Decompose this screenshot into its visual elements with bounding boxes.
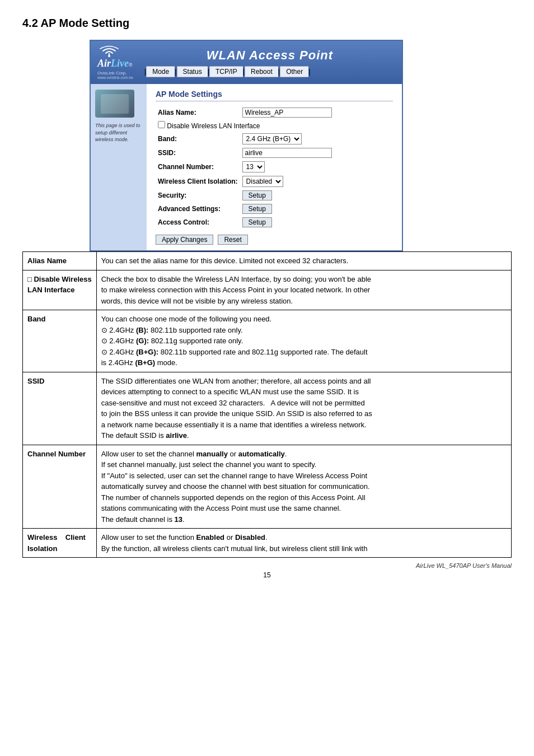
band-row: Band: 2.4 GHz (B+G) 2.4 GHz (B) 2.4 GHz … (156, 132, 393, 146)
table-row: □ Disable WirelessLAN Interface Check th… (23, 270, 512, 310)
table-row: Band You can choose one mode of the foll… (23, 310, 512, 372)
ssid-input[interactable] (242, 148, 332, 158)
term-disable-wireless: □ Disable WirelessLAN Interface (23, 270, 97, 310)
nav-tab-mode[interactable]: Mode (146, 66, 175, 77)
section-title: AP Mode Settings (156, 90, 393, 101)
router-body: This page is used to setup different wir… (91, 84, 402, 250)
nav-tab-tcpip[interactable]: TCP/IP (209, 66, 243, 77)
channel-label: Channel Number: (156, 160, 240, 174)
nav-tab-other[interactable]: Other (280, 66, 308, 77)
ssid-row: SSID: (156, 146, 393, 160)
channel-select[interactable]: 13 1234 5678 9101112 (242, 161, 265, 172)
table-row: SSID The SSID differentiates one WLAN fr… (23, 372, 512, 445)
logo-air: Air (97, 58, 111, 69)
security-row: Security: Setup (156, 189, 393, 202)
advanced-label: Advanced Settings: (156, 202, 240, 216)
table-row: Channel Number Allow user to set the cha… (23, 445, 512, 529)
band-label: Band: (156, 132, 240, 146)
sidebar-text: This page is used to setup different wir… (95, 122, 142, 143)
bottom-buttons: Apply Changes Reset (156, 235, 393, 245)
term-wireless-isolation: Wireless ClientIsolation (23, 529, 97, 558)
router-sidebar: This page is used to setup different wir… (91, 84, 147, 250)
svg-point-0 (108, 55, 110, 57)
advanced-setup-button[interactable]: Setup (242, 204, 272, 214)
footer-text: AirLive WL_5470AP User's Manual (22, 562, 512, 569)
term-ssid: SSID (23, 372, 97, 445)
access-row: Access Control: Setup (156, 216, 393, 229)
alias-name-input[interactable] (242, 108, 332, 118)
logo-registered: ® (129, 62, 133, 68)
isolation-row: Wireless Client Isolation: Disabled Enab… (156, 174, 393, 189)
disable-wireless-checkbox[interactable] (158, 121, 165, 128)
router-logo: Air Live ® OvisLink Corp. www.ovislink.c… (97, 45, 133, 80)
wifi-icon (97, 45, 121, 58)
router-main: AP Mode Settings Alias Name: Disable Wir… (147, 84, 402, 250)
band-select[interactable]: 2.4 GHz (B+G) 2.4 GHz (B) 2.4 GHz (G) (242, 133, 302, 144)
channel-row: Channel Number: 13 1234 5678 9101112 (156, 160, 393, 174)
router-image (95, 90, 134, 118)
term-band: Band (23, 310, 97, 372)
nav-tabs: | Mode | Status | TCP/IP | Reboot | Othe… (144, 66, 395, 77)
logo-live: Live (111, 58, 129, 69)
header-title-area: WLAN Access Point | Mode | Status | TCP/… (144, 48, 395, 77)
desc-ssid: The SSID differentiates one WLAN from an… (96, 372, 511, 445)
advanced-row: Advanced Settings: Setup (156, 202, 393, 216)
table-row: Alias Name You can set the alias name fo… (23, 252, 512, 270)
isolation-label: Wireless Client Isolation: (156, 174, 240, 189)
nav-tab-reboot[interactable]: Reboot (245, 66, 278, 77)
desc-alias: You can set the alias name for this devi… (96, 252, 511, 270)
desc-disable-wireless: Check the box to disable the Wireless LA… (96, 270, 511, 310)
page-title: 4.2 AP Mode Setting (22, 17, 512, 30)
access-label: Access Control: (156, 216, 240, 229)
term-channel: Channel Number (23, 445, 97, 529)
security-setup-button[interactable]: Setup (242, 190, 272, 200)
isolation-select[interactable]: Disabled Enabled (242, 176, 283, 187)
apply-changes-button[interactable]: Apply Changes (156, 235, 213, 245)
table-row: Wireless ClientIsolation Allow user to s… (23, 529, 512, 558)
content-table: Alias Name You can set the alias name fo… (22, 251, 512, 558)
page-number: 15 (22, 571, 512, 579)
disable-wireless-row: Disable Wireless LAN Interface (156, 119, 393, 132)
logo-company: OvisLink Corp. (97, 71, 127, 76)
router-header: Air Live ® OvisLink Corp. www.ovislink.c… (91, 41, 402, 84)
desc-wireless-isolation: Allow user to set the function Enabled o… (96, 529, 511, 558)
logo-website: www.ovislink.com.tw (97, 76, 133, 80)
router-panel: Air Live ® OvisLink Corp. www.ovislink.c… (90, 40, 403, 251)
ap-settings-form: Alias Name: Disable Wireless LAN Interfa… (156, 106, 393, 229)
wlan-title: WLAN Access Point (144, 48, 395, 63)
reset-button[interactable]: Reset (218, 235, 247, 245)
access-setup-button[interactable]: Setup (242, 217, 272, 227)
security-label: Security: (156, 189, 240, 202)
alias-name-label: Alias Name: (156, 106, 240, 119)
disable-wireless-label: Disable Wireless LAN Interface (167, 122, 260, 130)
nav-tab-status[interactable]: Status (177, 66, 208, 77)
desc-channel: Allow user to set the channel manually o… (96, 445, 511, 529)
ssid-label: SSID: (156, 146, 240, 160)
term-alias: Alias Name (23, 252, 97, 270)
alias-name-row: Alias Name: (156, 106, 393, 119)
desc-band: You can choose one mode of the following… (96, 310, 511, 372)
